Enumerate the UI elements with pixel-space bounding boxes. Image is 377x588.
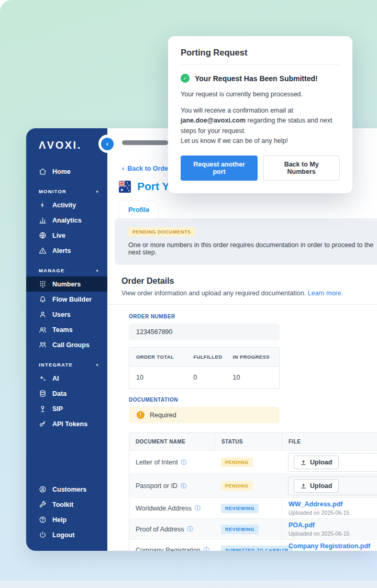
- info-icon[interactable]: ⓘ: [181, 482, 186, 490]
- customers-icon: [39, 485, 47, 493]
- back-to-my-numbers-button[interactable]: Back to My Numbers: [263, 156, 340, 181]
- order-stats-values: 10 0 10: [129, 367, 279, 389]
- wrench-icon: [39, 501, 47, 508]
- info-icon[interactable]: ⓘ: [204, 546, 209, 551]
- sidebar-item-api-tokens[interactable]: API Tokens: [26, 416, 107, 431]
- order-total-value: 10: [136, 374, 193, 381]
- sidebar-footer: Customers Toolkit Help Logout: [26, 482, 107, 551]
- section-label: INTEGRATE: [39, 362, 73, 368]
- sidebar-item-label: AI: [52, 375, 59, 382]
- sidebar-item-label: Activity: [52, 202, 76, 209]
- sidebar-item-label: Logout: [52, 531, 74, 539]
- chevron-down-icon: ▾: [96, 189, 99, 194]
- sidebar-collapse-button[interactable]: ‹: [101, 138, 114, 150]
- order-details-card: Order Details View order information and…: [119, 265, 377, 551]
- sidebar-item-users[interactable]: Users: [26, 307, 107, 322]
- success-title: Your Request Has Been Submitted!: [195, 74, 318, 83]
- sidebar-item-logout[interactable]: Logout: [26, 527, 107, 542]
- sidebar-section-manage[interactable]: MANAGE ▾: [26, 264, 107, 276]
- file-uploaded-date: Uploaded on 2025-06-15: [289, 509, 377, 516]
- request-another-port-button[interactable]: Request another port: [181, 156, 258, 181]
- sidebar-item-teams[interactable]: Teams: [26, 322, 107, 337]
- sidebar-item-flow-builder[interactable]: Flow Builder: [26, 292, 107, 307]
- order-total-header: ORDER TOTAL: [136, 354, 193, 360]
- upload-button[interactable]: Upload: [294, 456, 339, 469]
- sidebar-item-toolkit[interactable]: Toolkit: [26, 497, 107, 512]
- sidebar-item-customers[interactable]: Customers: [26, 482, 107, 497]
- sidebar-item-label: Users: [52, 311, 71, 318]
- tab-profile[interactable]: Profile: [119, 201, 159, 218]
- avoxi-logo: ΛVOXI.: [26, 128, 107, 164]
- order-number-label: ORDER NUMBER: [129, 314, 377, 319]
- help-icon: [39, 516, 47, 524]
- documents-table: DOCUMENT NAME STATUS FILE Letter of Inte…: [129, 432, 377, 551]
- sip-icon: [39, 405, 47, 413]
- power-icon: [39, 531, 47, 539]
- file-link[interactable]: WW_Address.pdf: [289, 501, 377, 508]
- processing-text: Your request is currently being processe…: [181, 91, 340, 98]
- pending-documents-message: One or more numbers in this order requir…: [128, 241, 377, 256]
- table-row-worldwide-address: Worldwide Address ⓘ REVIEWING WW_Address…: [129, 497, 377, 518]
- modal-buttons: Request another port Back to My Numbers: [181, 156, 340, 181]
- upload-dropzone[interactable]: Upload: [288, 476, 377, 495]
- sidebar-spacer: [26, 431, 107, 482]
- document-name-header: DOCUMENT NAME: [129, 433, 215, 450]
- sidebar-item-label: Numbers: [52, 281, 81, 288]
- table-row-company-registration: Company Registration ⓘ SUBMITTED TO CARR…: [129, 539, 377, 551]
- document-name: Worldwide Address: [136, 505, 192, 512]
- documentation-required-banner: ! Required: [129, 407, 280, 423]
- order-details-description: View order information and upload any re…: [121, 290, 377, 297]
- file-link[interactable]: Company Registration.pdf: [289, 542, 377, 550]
- file-link[interactable]: POA.pdf: [289, 522, 377, 529]
- sidebar-item-data[interactable]: Data: [26, 386, 107, 401]
- sidebar-item-sip[interactable]: SIP: [26, 401, 107, 416]
- sidebar-item-ai[interactable]: AI: [26, 371, 107, 386]
- table-row-passport-or-id: Passport or ID ⓘ PENDING Upload: [129, 474, 377, 497]
- sidebar-item-alerts[interactable]: Alerts: [26, 243, 107, 258]
- upload-button[interactable]: Upload: [294, 479, 339, 493]
- upload-icon: [301, 483, 306, 489]
- porting-request-modal: Porting Request ✓ Your Request Has Been …: [168, 36, 352, 193]
- info-icon[interactable]: ⓘ: [181, 459, 187, 467]
- flow-builder-icon: [39, 295, 47, 303]
- sidebar-item-label: Call Groups: [52, 341, 90, 349]
- info-icon[interactable]: ⓘ: [195, 504, 201, 512]
- section-label: MONITOR: [39, 188, 66, 194]
- pending-documents-banner: PENDING DOCUMENTS One or more numbers in…: [115, 218, 377, 265]
- in-progress-value: 10: [233, 374, 272, 381]
- fulfilled-header: FULFILLED: [193, 354, 232, 360]
- sidebar-section-monitor[interactable]: MONITOR ▾: [26, 185, 107, 197]
- sidebar-item-numbers[interactable]: Numbers: [26, 276, 107, 292]
- sidebar-item-home[interactable]: Home: [26, 164, 107, 179]
- teams-icon: [39, 326, 47, 334]
- order-stats-header: ORDER TOTAL FULFILLED IN PROGRESS: [129, 348, 279, 367]
- loading-skeleton-bar: [122, 140, 168, 145]
- in-progress-header: IN PROGRESS: [233, 354, 272, 360]
- learn-more-link[interactable]: Learn more.: [308, 290, 343, 297]
- upload-button-label: Upload: [310, 459, 332, 466]
- australia-flag-icon: [119, 181, 131, 193]
- modal-divider: [181, 64, 340, 65]
- table-row-letter-of-intent: Letter of Intent ⓘ PENDING Upload: [129, 450, 377, 474]
- sidebar-item-help[interactable]: Help: [26, 512, 107, 527]
- order-number-field: 1234567890: [129, 324, 280, 340]
- analytics-icon: [39, 216, 47, 224]
- upload-icon: [301, 460, 306, 465]
- modal-success-row: ✓ Your Request Has Been Submitted!: [181, 74, 340, 83]
- database-icon: [39, 390, 47, 397]
- sidebar-item-activity[interactable]: Activity: [26, 197, 107, 213]
- sidebar-section-integrate[interactable]: INTEGRATE ▾: [26, 359, 107, 371]
- sidebar-item-call-groups[interactable]: Call Groups: [26, 337, 107, 352]
- sidebar-item-live[interactable]: Live: [26, 228, 107, 243]
- required-warning-icon: !: [137, 411, 145, 419]
- chevron-down-icon: ▾: [96, 268, 99, 273]
- sparkles-icon: [39, 374, 47, 382]
- sidebar-item-label: Toolkit: [52, 501, 73, 508]
- file-header: FILE: [282, 433, 377, 450]
- upload-dropzone[interactable]: Upload: [288, 453, 377, 472]
- back-to-orders-link[interactable]: ‹ Back to Orders: [122, 165, 174, 172]
- info-icon[interactable]: ⓘ: [187, 525, 193, 533]
- sidebar-item-label: SIP: [52, 405, 63, 413]
- sidebar-item-analytics[interactable]: Analytics: [26, 213, 107, 228]
- sidebar-item-label: Analytics: [52, 217, 82, 224]
